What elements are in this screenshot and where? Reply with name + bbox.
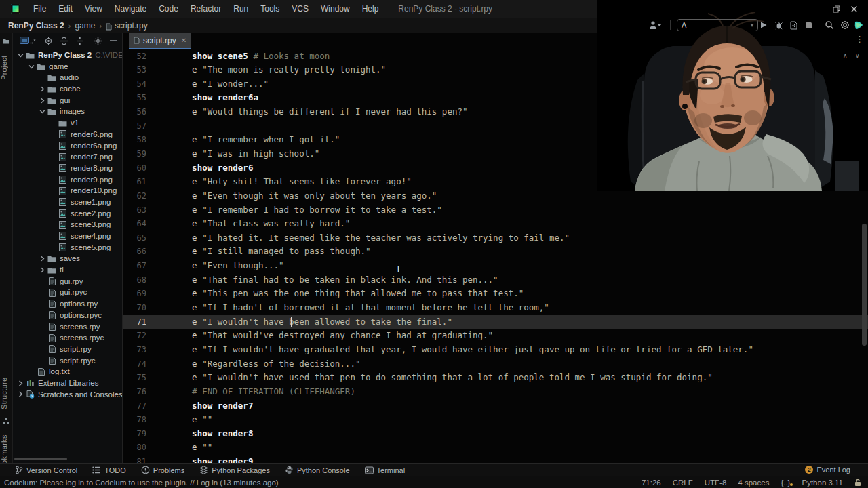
user-icon[interactable] (648, 18, 662, 33)
toolwindow-python-console-button[interactable]: Python Console (285, 466, 350, 474)
code-style-icon[interactable]: {..} (781, 479, 790, 487)
toolwindow-terminal-button[interactable]: Terminal (365, 466, 406, 474)
lock-icon[interactable] (854, 479, 861, 487)
code-line-81[interactable]: 81 show render9 (123, 455, 868, 463)
coverage-icon[interactable] (789, 18, 798, 33)
close-tab-icon[interactable]: ✕ (181, 37, 186, 44)
tree-item-gui[interactable]: gui (13, 95, 122, 106)
editor-scrollbar[interactable] (862, 224, 867, 346)
code-line-68[interactable]: 68 e "That final had to be taken in blac… (123, 273, 868, 287)
menu-code[interactable]: Code (153, 0, 184, 18)
toolwindow-version-control-button[interactable]: Version Control (15, 466, 77, 474)
chevron-right-icon[interactable] (37, 98, 47, 104)
view-combo-icon[interactable] (20, 37, 36, 45)
tree-item-script-rpyc[interactable]: script.rpyc (13, 355, 122, 367)
menu-tools[interactable]: Tools (254, 0, 285, 18)
tree-item-scene2-png[interactable]: scene2.png (13, 208, 122, 220)
tree-item-render10-png[interactable]: render10.png (13, 185, 122, 197)
tree-item-scene3-png[interactable]: scene3.png (13, 219, 122, 230)
menu-help[interactable]: Help (356, 0, 385, 18)
code-line-79[interactable]: 79 show render8 (123, 427, 868, 441)
tree-item-images[interactable]: images (13, 106, 122, 117)
collapse-all-icon[interactable] (60, 37, 68, 45)
menu-navigate[interactable]: Navigate (108, 0, 153, 18)
maximize-button[interactable] (827, 1, 845, 16)
toolwindow-python-packages-button[interactable]: Python Packages (199, 466, 270, 474)
code-line-64[interactable]: 64 e "That class was really hard." (123, 217, 868, 231)
menu-vcs[interactable]: VCS (285, 0, 315, 18)
code-line-65[interactable]: 65 e "I hated it. It seemed like the tea… (123, 231, 868, 245)
tree-item-render6-png[interactable]: render6.png (13, 129, 122, 140)
file-encoding[interactable]: UTF-8 (705, 479, 727, 487)
prev-inspection-icon[interactable]: ∧ (843, 52, 848, 59)
chevron-down-icon[interactable] (37, 109, 47, 114)
chevron-right-icon[interactable] (37, 267, 47, 273)
interpreter[interactable]: Python 3.11 (802, 479, 843, 487)
horizontal-scrollbar[interactable] (14, 458, 67, 460)
status-message[interactable]: Codeium: Please log in to Codeium to use… (4, 476, 279, 488)
code-line-69[interactable]: 69 e "This pen was the one thing that al… (123, 287, 868, 301)
menu-view[interactable]: View (79, 0, 108, 18)
codeium-icon[interactable] (854, 18, 864, 33)
event-log-button[interactable]: 2 Event Log (805, 463, 850, 476)
menu-refactor[interactable]: Refactor (184, 0, 227, 18)
chevron-right-icon[interactable] (37, 86, 47, 92)
tree-item-options-rpyc[interactable]: options.rpyc (13, 310, 122, 321)
code-line-72[interactable]: 72 e "That would've destroyed any chance… (123, 329, 868, 343)
tree-item-screens-rpyc[interactable]: screens.rpyc (13, 332, 122, 344)
menu-window[interactable]: Window (315, 0, 356, 18)
caret-position[interactable]: 71:26 (642, 479, 661, 487)
stripe-project[interactable]: Project (0, 47, 12, 88)
chevron-right-icon[interactable] (37, 256, 47, 262)
code-line-78[interactable]: 78 e "" (123, 413, 868, 427)
tree-item-external-libraries[interactable]: External Libraries (13, 378, 122, 389)
minimize-button[interactable] (810, 1, 827, 16)
tree-item-render8-png[interactable]: render8.png (13, 163, 122, 174)
tree-item-saves[interactable]: saves (13, 253, 122, 264)
tree-item-renpy-class-2[interactable]: RenPy Class 2C:\VIDEO\ (13, 49, 122, 61)
menu-run[interactable]: Run (227, 0, 254, 18)
breadcrumb-game[interactable]: game (75, 21, 95, 30)
code-line-80[interactable]: 80 e "" (123, 441, 868, 455)
tree-item-gui-rpy[interactable]: gui.rpy (13, 276, 122, 287)
code-line-76[interactable]: 76 # END OF ITERATION (CLIFFHANGER) (123, 385, 868, 399)
code-line-67[interactable]: 67 e "Even though..." (123, 259, 868, 273)
run-config-select[interactable]: A ▾ (677, 19, 758, 31)
tree-item-cache[interactable]: cache (13, 83, 122, 95)
toolwindow-problems-button[interactable]: Problems (141, 466, 184, 474)
tree-item-scene1-png[interactable]: scene1.png (13, 197, 122, 208)
code-line-74[interactable]: 74 e "Regardless of the decision..." (123, 357, 868, 371)
debug-icon[interactable] (774, 18, 783, 33)
tree-item-v1[interactable]: v1 (13, 117, 122, 129)
tree-item-script-rpy[interactable]: script.rpy (13, 344, 122, 355)
chevron-right-icon[interactable] (16, 380, 25, 386)
gear-icon[interactable] (94, 37, 102, 45)
chevron-right-icon[interactable] (16, 391, 25, 397)
code-line-77[interactable]: 77 show render7 (123, 399, 868, 413)
tree-item-render6a-png[interactable]: render6a.png (13, 140, 122, 152)
tree-item-screens-rpy[interactable]: screens.rpy (13, 321, 122, 333)
code-line-75[interactable]: 75 e "I wouldn't have used that pen to d… (123, 371, 868, 385)
code-line-62[interactable]: 62 e "Even though it was only about ten … (123, 189, 868, 203)
tab-script-rpy[interactable]: script.rpy ✕ (129, 33, 191, 49)
breadcrumb-file[interactable]: script.rpy (115, 21, 148, 30)
stop-icon[interactable] (805, 18, 812, 33)
stripe-structure[interactable]: Structure (0, 371, 12, 415)
tree-item-scratches-and-consoles[interactable]: Scratches and Consoles (13, 389, 122, 401)
breadcrumb-project[interactable]: RenPy Class 2 (8, 21, 64, 30)
tree-item-game[interactable]: game (13, 61, 122, 73)
tree-item-render7-png[interactable]: render7.png (13, 151, 122, 163)
line-ending[interactable]: CRLF (673, 479, 693, 487)
tree-item-scene5-png[interactable]: scene5.png (13, 242, 122, 253)
hide-panel-icon[interactable] (109, 37, 117, 45)
tab-list-icon[interactable]: ⋮ (855, 35, 864, 44)
menu-edit[interactable]: Edit (52, 0, 79, 18)
code-line-63[interactable]: 63 e "I remember I had to borrow it to t… (123, 203, 868, 218)
expand-icon[interactable] (75, 37, 84, 45)
tree-item-scene4-png[interactable]: scene4.png (13, 230, 122, 242)
next-inspection-icon[interactable]: ∨ (855, 52, 860, 59)
tree-item-log-txt[interactable]: log.txt (13, 366, 122, 378)
chevron-down-icon[interactable] (26, 64, 36, 69)
tree-item-options-rpy[interactable]: options.rpy (13, 298, 122, 310)
code-line-73[interactable]: 73 e "If I wouldn't have graduated that … (123, 343, 868, 357)
